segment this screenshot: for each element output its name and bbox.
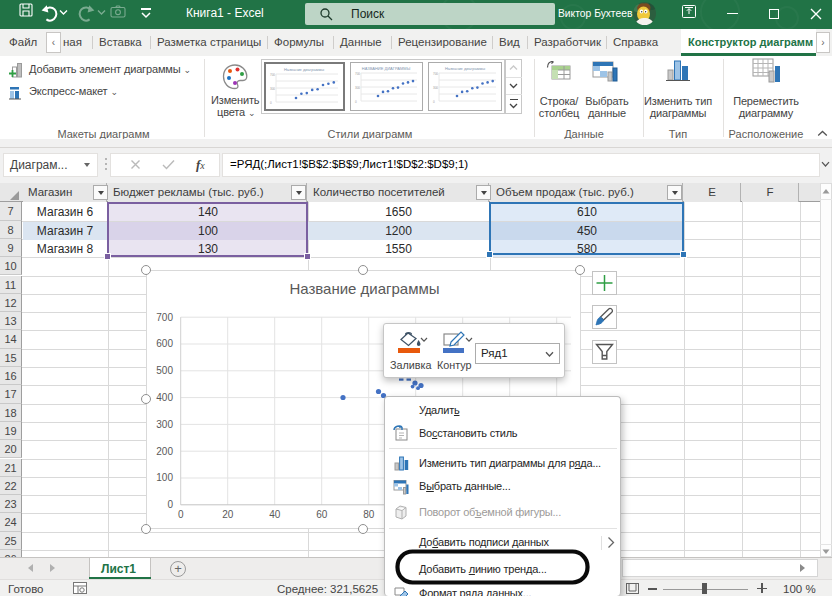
svg-text:200: 200 xyxy=(156,446,173,457)
svg-text:0: 0 xyxy=(355,100,357,104)
svg-text:300: 300 xyxy=(433,86,438,90)
svg-text:300: 300 xyxy=(156,419,173,430)
svg-text:Название диаграммы: Название диаграммы xyxy=(445,66,485,71)
svg-text:400: 400 xyxy=(156,392,173,403)
svg-text:700: 700 xyxy=(156,312,173,323)
svg-text:300: 300 xyxy=(270,87,275,91)
svg-text:500: 500 xyxy=(156,365,173,376)
svg-text:НАЗВАНИЕ ДИАГРАММЫ: НАЗВАНИЕ ДИАГРАММЫ xyxy=(362,66,411,71)
svg-text:700: 700 xyxy=(270,73,275,77)
svg-text:0: 0 xyxy=(433,100,435,104)
svg-text:0: 0 xyxy=(270,101,272,105)
svg-text:100: 100 xyxy=(156,472,173,483)
svg-text:0: 0 xyxy=(178,509,184,520)
svg-text:700: 700 xyxy=(433,72,438,76)
svg-text:40: 40 xyxy=(269,509,281,520)
svg-text:0: 0 xyxy=(167,499,173,510)
svg-text:700: 700 xyxy=(355,72,360,76)
svg-text:300: 300 xyxy=(355,86,360,90)
svg-text:80: 80 xyxy=(363,509,375,520)
svg-text:60: 60 xyxy=(316,509,328,520)
svg-text:Название диаграммы: Название диаграммы xyxy=(284,67,324,72)
svg-text:20: 20 xyxy=(222,509,234,520)
svg-text:600: 600 xyxy=(156,338,173,349)
